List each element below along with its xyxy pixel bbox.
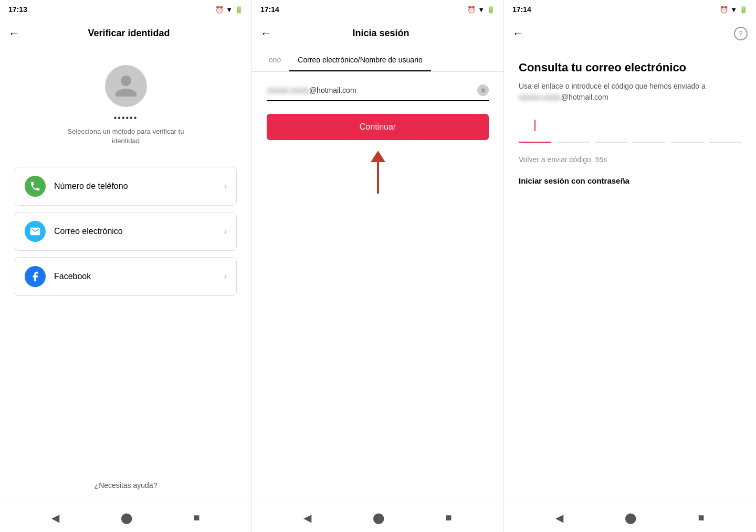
resend-text[interactable]: Volver a enviar código xyxy=(519,155,591,164)
signal-icon-3: ▼ xyxy=(730,6,737,14)
email-icon xyxy=(29,226,41,237)
back-nav-icon-1[interactable]: ◀ xyxy=(51,512,59,524)
header-3: ← ? xyxy=(504,19,756,48)
help-text: ¿Necesitas ayuda? xyxy=(94,481,158,490)
back-button-3[interactable]: ← xyxy=(512,27,524,40)
status-bar-3: 17:14 ⏰ ▼ 🔋 xyxy=(504,0,756,19)
avatar-subtitle: Selecciona un método para verificar tu i… xyxy=(63,127,189,146)
time-2: 17:14 xyxy=(260,5,279,14)
home-nav-icon-1[interactable]: ⬤ xyxy=(121,512,132,524)
facebook-icon-bg xyxy=(25,266,46,287)
password-login-link[interactable]: Iniciar sesión con contraseña xyxy=(519,176,629,185)
method-facebook[interactable]: Facebook › xyxy=(15,257,237,296)
tabs-bar: ono Correo electrónico/Nombre de usuario xyxy=(252,48,503,72)
status-bar-1: 17:13 ⏰ ▼ 🔋 xyxy=(0,0,251,19)
email-input-row: xxxxxx.xxxxx@hotmail.com ✕ xyxy=(267,84,489,101)
code-input-group xyxy=(519,120,741,143)
panel-login: 17:14 ⏰ ▼ 🔋 ← Inicia sesión ono Correo e… xyxy=(252,0,504,532)
email-chevron-icon: › xyxy=(224,227,227,236)
back-nav-icon-3[interactable]: ◀ xyxy=(555,512,563,524)
bottom-nav-2: ◀ ⬤ ■ xyxy=(252,503,503,532)
bottom-nav-3: ◀ ⬤ ■ xyxy=(504,503,756,532)
method-list: Número de teléfono › Correo electrónico … xyxy=(0,156,251,306)
status-icons-2: ⏰ ▼ 🔋 xyxy=(467,6,495,14)
square-nav-icon-2[interactable]: ■ xyxy=(446,512,452,524)
status-icons-1: ⏰ ▼ 🔋 xyxy=(215,6,243,14)
time-1: 17:13 xyxy=(8,5,27,14)
arrow-shaft xyxy=(377,162,379,194)
cursor-indicator xyxy=(534,120,536,131)
battery-icon-2: 🔋 xyxy=(487,6,495,14)
panel-check-email: 17:14 ⏰ ▼ 🔋 ← ? Consulta tu correo elect… xyxy=(504,0,756,532)
tab-email[interactable]: Correo electrónico/Nombre de usuario xyxy=(289,48,430,71)
back-nav-icon-2[interactable]: ◀ xyxy=(303,512,311,524)
verify-email-domain: @hotmail.com xyxy=(561,93,608,101)
help-section: ¿Necesitas ayuda? xyxy=(0,481,251,490)
code-digit-4[interactable] xyxy=(633,120,665,143)
arrow-indicator xyxy=(267,151,489,194)
verify-email-content: Consulta tu correo electrónico Usa el en… xyxy=(504,48,756,198)
method-email[interactable]: Correo electrónico › xyxy=(15,212,237,251)
battery-icon-3: 🔋 xyxy=(739,6,748,14)
home-nav-icon-2[interactable]: ⬤ xyxy=(373,512,384,524)
email-domain: @hotmail.com xyxy=(309,86,356,94)
red-arrow xyxy=(371,151,385,194)
back-button-1[interactable]: ← xyxy=(8,27,20,40)
facebook-chevron-icon: › xyxy=(224,272,227,281)
phone-icon xyxy=(29,180,41,192)
code-digit-3[interactable] xyxy=(595,120,627,143)
code-digit-1[interactable] xyxy=(519,120,551,143)
avatar-stars: •••••• xyxy=(114,113,138,123)
continue-button[interactable]: Continuar xyxy=(267,114,489,140)
code-digit-6[interactable] xyxy=(709,120,741,143)
header-2: ← Inicia sesión xyxy=(252,19,503,48)
arrow-head-icon xyxy=(371,151,385,162)
resend-timer: 55s xyxy=(595,155,607,164)
header-1: ← Verificar identidad xyxy=(0,19,251,48)
verify-desc-prefix: Usa el enlace o introduce el código que … xyxy=(519,82,706,90)
facebook-icon xyxy=(29,271,41,282)
email-input[interactable]: xxxxxx.xxxxx@hotmail.com xyxy=(267,86,477,94)
facebook-method-label: Facebook xyxy=(54,272,224,281)
email-method-label: Correo electrónico xyxy=(54,227,224,236)
alarm-icon-2: ⏰ xyxy=(467,6,476,14)
signal-icon-2: ▼ xyxy=(478,6,485,14)
signal-icon-1: ▼ xyxy=(226,6,233,14)
tab-phone[interactable]: ono xyxy=(260,48,289,71)
page-title-2: Inicia sesión xyxy=(278,28,484,39)
email-blurred-part: xxxxxx.xxxxx xyxy=(267,86,309,94)
verify-email-blurred: xxxxxx.xxxxx xyxy=(519,93,561,101)
verify-title: Consulta tu correo electrónico xyxy=(519,61,741,75)
method-phone[interactable]: Número de teléfono › xyxy=(15,167,237,206)
page-title-1: Verificar identidad xyxy=(26,28,232,39)
phone-chevron-icon: › xyxy=(224,182,227,191)
code-digit-2[interactable] xyxy=(556,120,589,143)
bottom-nav-1: ◀ ⬤ ■ xyxy=(0,503,251,532)
home-nav-icon-3[interactable]: ⬤ xyxy=(625,512,636,524)
square-nav-icon-1[interactable]: ■ xyxy=(194,512,200,524)
alarm-icon-1: ⏰ xyxy=(215,6,224,14)
time-3: 17:14 xyxy=(512,5,531,14)
help-icon-button[interactable]: ? xyxy=(734,27,748,40)
battery-icon-1: 🔋 xyxy=(235,6,243,14)
code-digit-5[interactable] xyxy=(670,120,703,143)
square-nav-icon-3[interactable]: ■ xyxy=(698,512,704,524)
phone-icon-bg xyxy=(25,176,46,197)
alarm-icon-3: ⏰ xyxy=(720,6,728,14)
user-icon xyxy=(113,73,139,99)
avatar-section: •••••• Selecciona un método para verific… xyxy=(0,48,251,156)
clear-email-button[interactable]: ✕ xyxy=(477,84,489,96)
status-icons-3: ⏰ ▼ 🔋 xyxy=(720,6,748,14)
verify-description: Usa el enlace o introduce el código que … xyxy=(519,81,741,103)
login-content: xxxxxx.xxxxx@hotmail.com ✕ Continuar xyxy=(252,72,503,206)
status-bar-2: 17:14 ⏰ ▼ 🔋 xyxy=(252,0,503,19)
panel-verify-identity: 17:13 ⏰ ▼ 🔋 ← Verificar identidad ••••••… xyxy=(0,0,252,532)
phone-method-label: Número de teléfono xyxy=(54,182,224,191)
email-icon-bg xyxy=(25,221,46,242)
back-button-2[interactable]: ← xyxy=(260,27,272,40)
resend-row: Volver a enviar código 55s xyxy=(519,155,741,164)
avatar xyxy=(105,65,147,107)
